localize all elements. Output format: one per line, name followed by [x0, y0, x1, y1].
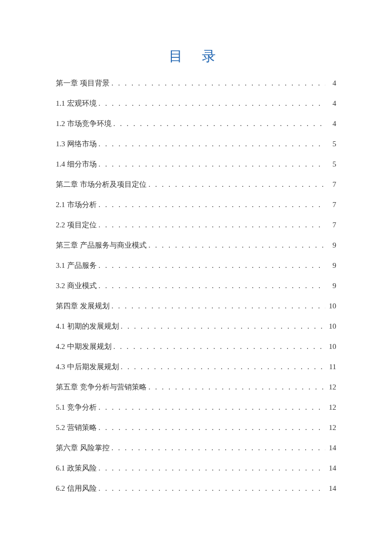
toc-item: 第五章 竞争分析与营销策略12	[56, 384, 336, 391]
toc-dot-leader	[99, 424, 326, 431]
toc-entry-page: 9	[327, 242, 336, 249]
toc-dot-leader	[99, 100, 326, 107]
toc-entry-page: 12	[327, 424, 336, 431]
toc-item: 第六章 风险掌控14	[56, 444, 336, 452]
toc-item: 2.1 市场分析7	[56, 201, 336, 209]
toc-entry-label: 第六章 风险掌控	[56, 444, 110, 452]
toc-entry-page: 14	[327, 444, 336, 452]
toc-item: 6.1 政策风险14	[56, 465, 336, 472]
toc-entry-page: 7	[327, 181, 336, 188]
toc-entry-label: 第一章 项目背景	[56, 80, 110, 87]
toc-dot-leader	[112, 444, 325, 452]
toc-dot-leader	[112, 80, 325, 87]
toc-title: 目 录	[56, 47, 336, 66]
toc-dot-leader	[99, 161, 326, 168]
toc-item: 第三章 产品服务与商业模式9	[56, 242, 336, 249]
toc-entry-page: 11	[327, 363, 336, 371]
toc-entry-page: 4	[327, 120, 336, 128]
toc-item: 4.2 中期发展规划10	[56, 343, 336, 350]
toc-dot-leader	[99, 465, 326, 472]
toc-entry-label: 2.2 项目定位	[56, 221, 97, 229]
toc-entry-label: 2.1 市场分析	[56, 201, 97, 209]
toc-entry-page: 10	[327, 302, 336, 310]
toc-dot-leader	[121, 323, 326, 330]
toc-dot-leader	[121, 363, 326, 371]
toc-entry-page: 10	[327, 323, 336, 330]
toc-item: 第一章 项目背景4	[56, 80, 336, 87]
toc-entry-label: 第四章 发展规划	[56, 302, 110, 310]
toc-entry-page: 14	[327, 485, 336, 492]
toc-entry-label: 4.1 初期的发展规划	[56, 323, 119, 330]
toc-item: 1.2 市场竞争环境4	[56, 120, 336, 128]
toc-entry-label: 1.4 细分市场	[56, 161, 97, 168]
toc-item: 4.3 中后期发展规划11	[56, 363, 336, 371]
toc-entry-page: 12	[327, 384, 336, 391]
toc-list: 第一章 项目背景41.1 宏观环境41.2 市场竞争环境41.3 网络市场51.…	[56, 80, 336, 492]
toc-item: 5.2 营销策略12	[56, 424, 336, 431]
toc-entry-page: 5	[327, 161, 336, 168]
toc-dot-leader	[114, 343, 326, 350]
toc-item: 1.4 细分市场5	[56, 161, 336, 168]
toc-entry-page: 5	[327, 140, 336, 148]
toc-entry-label: 1.2 市场竞争环境	[56, 120, 112, 128]
toc-dot-leader	[99, 404, 326, 411]
toc-entry-label: 第五章 竞争分析与营销策略	[56, 384, 147, 391]
toc-entry-page: 4	[327, 100, 336, 107]
toc-dot-leader	[112, 302, 325, 310]
toc-dot-leader	[149, 242, 325, 249]
toc-item: 4.1 初期的发展规划10	[56, 323, 336, 330]
toc-entry-page: 14	[327, 465, 336, 472]
toc-entry-label: 第三章 产品服务与商业模式	[56, 242, 147, 249]
toc-item: 3.2 商业模式9	[56, 282, 336, 290]
toc-entry-page: 7	[327, 221, 336, 229]
toc-entry-label: 6.2 信用风险	[56, 485, 97, 492]
toc-entry-label: 4.2 中期发展规划	[56, 343, 112, 350]
toc-item: 3.1 产品服务9	[56, 262, 336, 269]
toc-dot-leader	[99, 140, 326, 148]
toc-entry-label: 3.2 商业模式	[56, 282, 97, 290]
toc-dot-leader	[149, 384, 325, 391]
toc-dot-leader	[99, 201, 326, 209]
toc-entry-page: 12	[327, 404, 336, 411]
toc-entry-label: 4.3 中后期发展规划	[56, 363, 119, 371]
toc-entry-page: 10	[327, 343, 336, 350]
toc-item: 第四章 发展规划10	[56, 302, 336, 310]
toc-entry-label: 5.1 竞争分析	[56, 404, 97, 411]
toc-dot-leader	[99, 262, 326, 269]
toc-entry-label: 3.1 产品服务	[56, 262, 97, 269]
toc-dot-leader	[114, 120, 326, 128]
toc-dot-leader	[99, 485, 326, 492]
toc-item: 第二章 市场分析及项目定位7	[56, 181, 336, 188]
toc-item: 5.1 竞争分析12	[56, 404, 336, 411]
toc-entry-label: 5.2 营销策略	[56, 424, 97, 431]
toc-item: 1.1 宏观环境4	[56, 100, 336, 107]
toc-entry-label: 1.1 宏观环境	[56, 100, 97, 107]
toc-item: 2.2 项目定位7	[56, 221, 336, 229]
toc-item: 1.3 网络市场5	[56, 140, 336, 148]
toc-dot-leader	[149, 181, 325, 188]
toc-dot-leader	[99, 282, 326, 290]
toc-item: 6.2 信用风险14	[56, 485, 336, 492]
toc-dot-leader	[99, 221, 326, 229]
toc-entry-page: 9	[327, 262, 336, 269]
toc-entry-page: 4	[327, 80, 336, 87]
toc-entry-page: 7	[327, 201, 336, 209]
toc-entry-label: 6.1 政策风险	[56, 465, 97, 472]
toc-entry-label: 第二章 市场分析及项目定位	[56, 181, 147, 188]
toc-entry-label: 1.3 网络市场	[56, 140, 97, 148]
toc-entry-page: 9	[327, 282, 336, 290]
